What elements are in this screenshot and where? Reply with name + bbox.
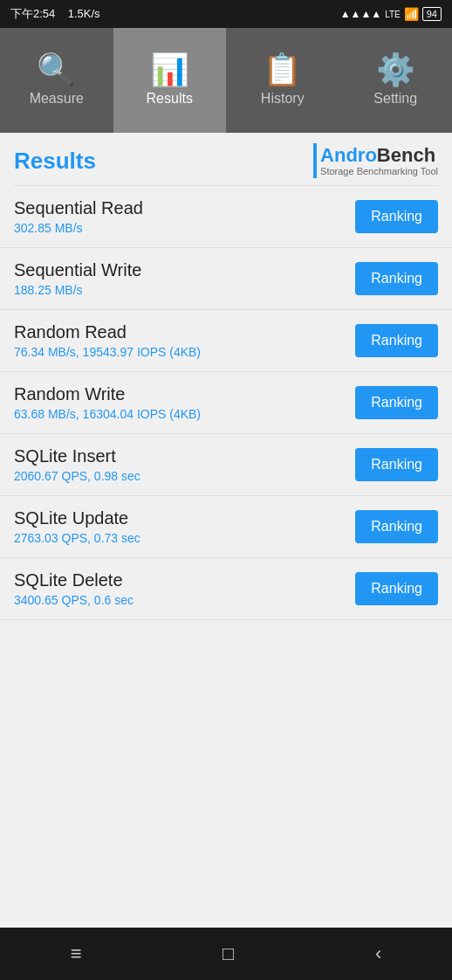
result-name-sqlite-update: SQLite Update [14, 508, 355, 528]
result-value-sequential-read: 302.85 MB/s [14, 221, 355, 235]
result-info-sqlite-update: SQLite Update 2763.03 QPS, 0.73 sec [14, 508, 355, 545]
ranking-button-sqlite-delete[interactable]: Ranking [355, 572, 438, 605]
battery-icon: 94 [422, 7, 442, 21]
brand-bar-decoration [313, 143, 317, 178]
wifi-icon: 📶 [404, 7, 419, 21]
tab-setting[interactable]: ⚙️ Setting [339, 28, 453, 133]
result-row-random-write: Random Write 63.68 MB/s, 16304.04 IOPS (… [0, 372, 452, 434]
status-icons: ▲▲▲▲ LTE 📶 94 [340, 7, 442, 21]
bottom-bar: ≡ □ ‹ [0, 928, 452, 980]
brand-text: AndroBench Storage Benchmarking Tool [320, 145, 438, 176]
brand-name: AndroBench [320, 145, 435, 166]
status-bar: 下午2:54 1.5K/s ▲▲▲▲ LTE 📶 94 [0, 0, 452, 28]
empty-space [0, 620, 452, 928]
result-row-sqlite-update: SQLite Update 2763.03 QPS, 0.73 sec Rank… [0, 496, 452, 558]
result-row-random-read: Random Read 76.34 MB/s, 19543.97 IOPS (4… [0, 310, 452, 372]
result-value-random-write: 63.68 MB/s, 16304.04 IOPS (4KB) [14, 407, 355, 421]
result-info-sqlite-delete: SQLite Delete 3400.65 QPS, 0.6 sec [14, 570, 355, 607]
tab-results[interactable]: 📊 Results [113, 28, 227, 133]
measure-icon: 🔍 [37, 54, 76, 86]
result-value-sqlite-delete: 3400.65 QPS, 0.6 sec [14, 593, 355, 607]
tab-history-label: History [261, 91, 305, 107]
lte-icon: LTE [385, 10, 401, 19]
signal-icon: ▲▲▲▲ [340, 8, 382, 20]
result-name-sequential-write: Sequential Write [14, 260, 355, 280]
status-time: 下午2:54 [10, 7, 55, 20]
tab-measure-label: Measure [30, 91, 84, 107]
brand-subtitle: Storage Benchmarking Tool [320, 166, 438, 176]
result-row-sqlite-insert: SQLite Insert 2060.67 QPS, 0.98 sec Rank… [0, 434, 452, 496]
bottom-back-button[interactable]: ‹ [358, 935, 399, 972]
result-value-sqlite-insert: 2060.67 QPS, 0.98 sec [14, 469, 355, 483]
bottom-menu-button[interactable]: ≡ [53, 935, 99, 972]
result-info-sequential-read: Sequential Read 302.85 MB/s [14, 198, 355, 235]
status-time-speed: 下午2:54 1.5K/s [10, 6, 100, 22]
result-row-sequential-write: Sequential Write 188.25 MB/s Ranking [0, 248, 452, 310]
result-name-random-write: Random Write [14, 384, 355, 404]
main-content: Results AndroBench Storage Benchmarking … [0, 133, 452, 928]
result-value-sqlite-update: 2763.03 QPS, 0.73 sec [14, 531, 355, 545]
result-row-sequential-read: Sequential Read 302.85 MB/s Ranking [0, 186, 452, 248]
tab-results-label: Results [147, 91, 193, 107]
result-info-sqlite-insert: SQLite Insert 2060.67 QPS, 0.98 sec [14, 446, 355, 483]
menu-icon: ≡ [71, 942, 82, 965]
results-icon: 📊 [150, 54, 189, 86]
status-speed: 1.5K/s [68, 7, 100, 20]
history-icon: 📋 [263, 54, 302, 86]
result-name-sqlite-delete: SQLite Delete [14, 570, 355, 590]
result-name-sqlite-insert: SQLite Insert [14, 446, 355, 466]
bottom-home-button[interactable]: □ [205, 935, 251, 972]
ranking-button-sequential-read[interactable]: Ranking [355, 200, 438, 233]
ranking-button-sqlite-insert[interactable]: Ranking [355, 448, 438, 481]
setting-icon: ⚙️ [376, 54, 415, 86]
brand-andro: Andro [320, 144, 377, 166]
results-header: Results AndroBench Storage Benchmarking … [0, 133, 452, 185]
tab-setting-label: Setting [373, 91, 417, 107]
tab-history[interactable]: 📋 History [226, 28, 339, 133]
results-title: Results [14, 148, 96, 175]
result-name-random-read: Random Read [14, 322, 355, 342]
tab-measure[interactable]: 🔍 Measure [0, 28, 113, 133]
result-value-sequential-write: 188.25 MB/s [14, 283, 355, 297]
ranking-button-random-write[interactable]: Ranking [355, 386, 438, 419]
result-row-sqlite-delete: SQLite Delete 3400.65 QPS, 0.6 sec Ranki… [0, 558, 452, 620]
brand-bench: Bench [377, 144, 435, 166]
result-name-sequential-read: Sequential Read [14, 198, 355, 218]
back-icon: ‹ [375, 942, 381, 965]
brand-logo: AndroBench Storage Benchmarking Tool [313, 143, 438, 178]
ranking-button-sqlite-update[interactable]: Ranking [355, 510, 438, 543]
result-info-sequential-write: Sequential Write 188.25 MB/s [14, 260, 355, 297]
home-icon: □ [223, 942, 234, 965]
result-value-random-read: 76.34 MB/s, 19543.97 IOPS (4KB) [14, 345, 355, 359]
nav-tabs: 🔍 Measure 📊 Results 📋 History ⚙️ Setting [0, 28, 452, 133]
result-info-random-write: Random Write 63.68 MB/s, 16304.04 IOPS (… [14, 384, 355, 421]
ranking-button-random-read[interactable]: Ranking [355, 324, 438, 357]
ranking-button-sequential-write[interactable]: Ranking [355, 262, 438, 295]
result-info-random-read: Random Read 76.34 MB/s, 19543.97 IOPS (4… [14, 322, 355, 359]
